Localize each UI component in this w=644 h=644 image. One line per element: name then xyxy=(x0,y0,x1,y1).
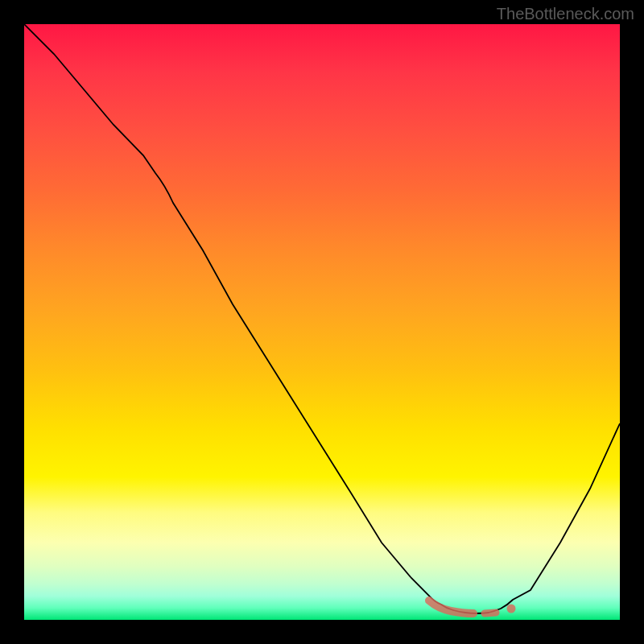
watermark-text: TheBottleneck.com xyxy=(497,5,634,23)
chart-plot-area xyxy=(24,24,620,620)
chart-svg xyxy=(24,24,620,620)
optimal-point-dot xyxy=(507,605,516,613)
optimal-range-marker xyxy=(429,601,473,613)
optimal-point-dash xyxy=(485,613,496,613)
bottleneck-curve-line xyxy=(24,24,620,613)
